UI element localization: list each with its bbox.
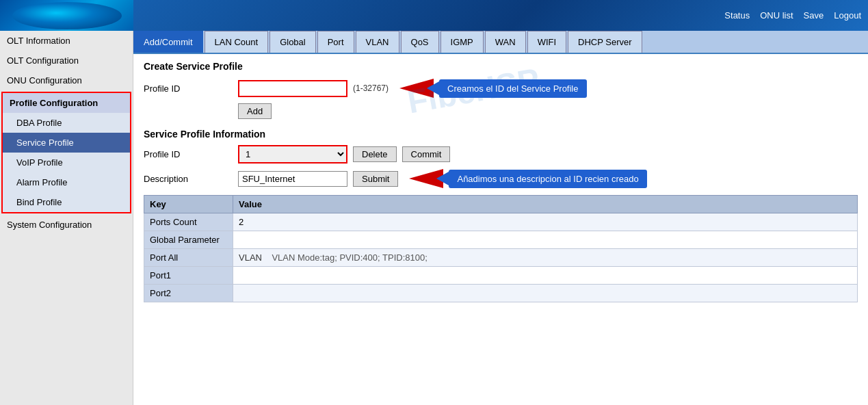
status-link[interactable]: Status (724, 10, 750, 21)
info-section-title: Service Profile Information (144, 129, 858, 140)
sidebar-item-voip-profile[interactable]: VoIP Profile (3, 153, 130, 172)
tab-port[interactable]: Port (317, 31, 354, 53)
profile-id-range-hint: (1-32767) (353, 83, 389, 93)
top-bar: Status ONU list Save Logout (0, 0, 868, 31)
tab-add-commit[interactable]: Add/Commit (133, 31, 203, 53)
sidebar-item-olt-information[interactable]: OLT Information (0, 31, 133, 51)
callout-create: Creamos el ID del Service Profile (439, 79, 586, 98)
profile-id-select[interactable]: 1 (238, 145, 347, 164)
tab-lan-count[interactable]: LAN Count (205, 31, 269, 53)
tab-igmp[interactable]: IGMP (440, 31, 484, 53)
callout-description: Añadimos una descripcion al ID recien cr… (449, 170, 646, 188)
tab-wan[interactable]: WAN (485, 31, 526, 53)
create-profile-id-row: Profile ID (1-32767) Creamos el ID del S… (144, 79, 858, 98)
table-row: Port2 (144, 285, 858, 302)
sidebar-item-olt-configuration[interactable]: OLT Configuration (0, 51, 133, 70)
content-area: FiberISP Create Service Profile Profile … (133, 54, 868, 309)
table-key-cell: Global Parameter (144, 231, 233, 249)
tab-bar: Add/Commit LAN Count Global Port VLAN Qo… (133, 31, 868, 54)
save-link[interactable]: Save (804, 10, 824, 21)
logo (0, 0, 133, 31)
add-button-row: Add (144, 103, 858, 119)
submit-button[interactable]: Submit (353, 171, 398, 187)
sidebar-item-service-profile[interactable]: Service Profile (3, 133, 130, 153)
table-key-cell: Port2 (144, 285, 233, 302)
onu-list-link[interactable]: ONU list (760, 10, 793, 21)
col-value: Value (233, 196, 858, 213)
table-key-cell: Port All (144, 249, 233, 267)
profile-configuration-section: Profile Configuration DBA Profile Servic… (1, 92, 131, 213)
create-section-title: Create Service Profile (144, 61, 858, 72)
tab-vlan[interactable]: VLAN (356, 31, 399, 53)
description-row: Description Submit Añadimos una descripc… (144, 169, 858, 188)
create-profile-id-input[interactable] (238, 80, 347, 97)
sidebar-item-profile-configuration[interactable]: Profile Configuration (3, 93, 130, 113)
main-content: Add/Commit LAN Count Global Port VLAN Qo… (133, 31, 868, 405)
tab-global[interactable]: Global (269, 31, 316, 53)
sidebar-item-bind-profile[interactable]: Bind Profile (3, 192, 130, 212)
tab-wifi[interactable]: WIFI (527, 31, 566, 53)
table-value-cell: VLAN VLAN Mode:tag; PVID:400; TPID:8100; (233, 249, 858, 267)
table-value-cell (233, 285, 858, 302)
sidebar-item-onu-configuration[interactable]: ONU Configuration (0, 70, 133, 90)
table-row: Port1 (144, 267, 858, 285)
sidebar: OLT Information OLT Configuration ONU Co… (0, 31, 133, 405)
top-nav: Status ONU list Save Logout (724, 10, 861, 21)
description-label: Description (144, 174, 233, 184)
info-profile-id-row: Profile ID 1 Delete Commit (144, 145, 858, 164)
sidebar-item-dba-profile[interactable]: DBA Profile (3, 113, 130, 133)
tab-dhcp-server[interactable]: DHCP Server (568, 31, 642, 53)
table-key-cell: Ports Count (144, 213, 233, 231)
sidebar-item-system-configuration[interactable]: System Configuration (0, 215, 133, 235)
create-profile-id-label: Profile ID (144, 83, 233, 94)
table-value-cell: 2 (233, 213, 858, 231)
col-key: Key (144, 196, 233, 213)
delete-button[interactable]: Delete (353, 146, 397, 162)
table-key-cell: Port1 (144, 267, 233, 285)
table-row: Global Parameter (144, 231, 858, 249)
table-row: Ports Count2 (144, 213, 858, 231)
tab-qos[interactable]: QoS (401, 31, 439, 53)
profile-data-table: Key Value Ports Count2Global ParameterPo… (144, 195, 858, 302)
commit-button[interactable]: Commit (402, 146, 451, 162)
table-value-cell (233, 231, 858, 249)
info-profile-id-label: Profile ID (144, 149, 233, 159)
add-button[interactable]: Add (238, 103, 272, 119)
layout: OLT Information OLT Configuration ONU Co… (0, 31, 868, 405)
logout-link[interactable]: Logout (834, 10, 861, 21)
table-value-cell (233, 267, 858, 285)
table-row: Port AllVLAN VLAN Mode:tag; PVID:400; TP… (144, 249, 858, 267)
description-input[interactable] (238, 171, 347, 187)
sidebar-item-alarm-profile[interactable]: Alarm Profile (3, 172, 130, 192)
globe-graphic (12, 2, 122, 29)
